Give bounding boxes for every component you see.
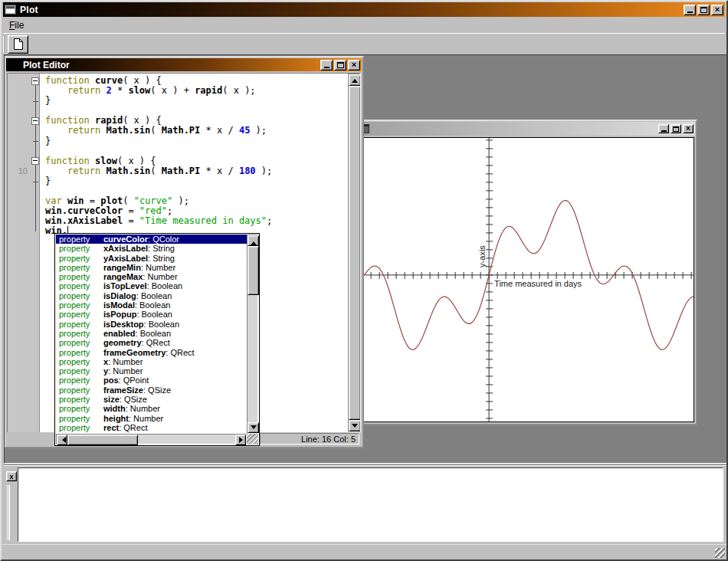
minimize-icon — [661, 130, 667, 132]
completion-vertical-scrollbar[interactable] — [247, 235, 258, 434]
toolbar — [3, 33, 725, 54]
editor-minimize-button[interactable] — [320, 60, 333, 71]
completion-item[interactable]: propertyisPopup : Boolean — [56, 310, 247, 319]
close-icon: × — [715, 5, 720, 14]
x-axis-label: Time measured in days — [494, 279, 582, 288]
new-script-button[interactable] — [8, 35, 28, 54]
completion-item[interactable]: propertyframeSize : QSize — [56, 385, 247, 395]
scroll-down-arrow-icon[interactable] — [349, 420, 361, 431]
scrollbar-thumb[interactable] — [349, 86, 361, 420]
fold-end-tick — [33, 101, 38, 102]
editor-close-button[interactable]: × — [348, 60, 360, 71]
completion-item[interactable]: propertyy : Number — [56, 366, 247, 376]
minimize-button[interactable] — [684, 5, 696, 15]
completion-horizontal-scrollbar[interactable] — [56, 434, 247, 445]
completion-item[interactable]: propertyisDialog : Boolean — [56, 291, 247, 300]
plot-editor-titlebar[interactable]: Plot Editor × — [6, 58, 362, 71]
resize-grip-icon[interactable] — [247, 434, 258, 445]
completion-item[interactable]: propertysize : QSize — [56, 395, 247, 404]
code-line[interactable]: } — [45, 136, 348, 146]
plot-window-titlebar[interactable]: × — [343, 122, 695, 136]
completion-item[interactable]: propertyisDesktop : Boolean — [56, 320, 247, 329]
new-document-icon — [13, 38, 24, 51]
completion-item[interactable]: propertywidth : Number — [56, 404, 247, 413]
scroll-left-arrow-icon[interactable] — [57, 435, 67, 445]
menu-file-label: File — [9, 20, 24, 31]
completion-item[interactable]: propertyxAxisLabel : String — [56, 244, 247, 253]
fold-rail — [35, 81, 36, 232]
main-titlebar[interactable]: Plot × — [3, 2, 725, 17]
maximize-button[interactable] — [697, 5, 710, 15]
code-line[interactable]: return Math.sin( Math.PI * x / 45 ); — [45, 126, 348, 136]
completion-item[interactable]: propertyenabled : Boolean — [56, 329, 247, 338]
plot-close-button[interactable]: × — [683, 124, 694, 133]
completion-item[interactable]: propertygeometry : QRect — [56, 338, 247, 347]
editor-maximize-button[interactable] — [334, 60, 346, 71]
curve-chart: Time measured in daysy-axis — [344, 138, 694, 422]
completion-popup[interactable]: propertycurveColor : QColorpropertyxAxis… — [54, 233, 260, 446]
close-icon: × — [686, 125, 690, 133]
plot-maximize-button[interactable] — [671, 124, 681, 133]
scroll-down-arrow-icon[interactable] — [248, 422, 259, 433]
output-dock: x — [4, 464, 727, 544]
completion-item[interactable]: propertycurveColor : QColor — [56, 235, 247, 244]
menubar: File — [3, 18, 725, 33]
resize-grip-icon[interactable] — [715, 548, 725, 558]
code-line[interactable]: return 2 * slow( x ) + rapid( x ); — [45, 86, 348, 96]
completion-item[interactable]: propertyrect : QRect — [56, 423, 247, 432]
completion-item[interactable]: propertyrangeMin : Number — [56, 263, 247, 272]
close-button[interactable]: × — [711, 5, 723, 15]
completion-item[interactable]: propertyrangeMax : Number — [56, 272, 247, 281]
completion-item[interactable]: propertyisModal : Boolean — [56, 300, 247, 310]
maximize-icon — [337, 62, 344, 68]
completion-item[interactable]: propertyyAxisLabel : String — [56, 254, 247, 263]
app-window-icon — [5, 5, 16, 15]
output-console[interactable] — [18, 468, 723, 542]
dock-close-button[interactable]: x — [6, 471, 17, 481]
code-line[interactable]: return Math.sin( Math.PI * x / 180 ); — [45, 166, 348, 176]
scroll-right-arrow-icon[interactable] — [235, 435, 246, 445]
completion-item[interactable]: propertypos : QPoint — [56, 376, 247, 385]
completion-item[interactable]: propertyisTopLevel : Boolean — [56, 281, 247, 290]
minimize-icon — [324, 67, 330, 68]
fold-end-tick — [33, 141, 38, 142]
fold-collapse-icon[interactable] — [31, 157, 39, 165]
scroll-up-arrow-icon[interactable] — [349, 74, 361, 86]
fold-end-tick — [33, 182, 38, 182]
editor-fold-margin: 10 — [8, 74, 40, 432]
scrollbar-thumb[interactable] — [67, 435, 138, 445]
completion-list[interactable]: propertycurveColor : QColorpropertyxAxis… — [56, 235, 247, 434]
close-icon: × — [352, 61, 356, 69]
close-icon: x — [9, 473, 13, 481]
mdi-workspace: × Time measured in daysy-axis Plot Edito… — [4, 54, 727, 464]
maximize-icon — [673, 126, 679, 132]
plot-editor-title: Plot Editor — [23, 60, 70, 71]
dock-drag-handle[interactable] — [7, 485, 15, 540]
maximize-icon — [700, 7, 707, 13]
y-axis-label: y-axis — [477, 245, 487, 267]
line-col-indicator: Line: 16 Col: 5 — [260, 433, 359, 445]
code-line[interactable]: } — [45, 176, 348, 186]
editor-vertical-scrollbar[interactable] — [348, 74, 360, 432]
plot-canvas: Time measured in daysy-axis — [343, 137, 694, 422]
toolbar-drag-handle[interactable] — [3, 36, 6, 53]
plot-window[interactable]: × Time measured in daysy-axis — [340, 120, 697, 425]
completion-item[interactable]: propertyframeGeometry : QRect — [56, 348, 247, 357]
completion-item[interactable]: propertyx : Number — [56, 357, 247, 366]
scrollbar-thumb[interactable] — [248, 246, 259, 295]
app-root: { "app": { "title": "Plot" }, "menubar":… — [0, 0, 728, 561]
scroll-up-arrow-icon[interactable] — [248, 235, 259, 246]
plot-minimize-button[interactable] — [658, 124, 669, 133]
line-number-label: 10 — [8, 166, 28, 176]
main-window-title: Plot — [20, 5, 38, 15]
code-line[interactable]: } — [45, 96, 348, 106]
code-line[interactable]: win.xAxisLabel = "Time measured in days"… — [45, 216, 348, 226]
fold-collapse-icon[interactable] — [31, 117, 39, 125]
minimize-icon — [687, 11, 693, 13]
fold-collapse-icon[interactable] — [31, 77, 39, 85]
main-statusbar — [2, 544, 726, 559]
completion-item[interactable]: propertyheight : Number — [56, 414, 247, 423]
menu-file[interactable]: File — [3, 18, 30, 32]
